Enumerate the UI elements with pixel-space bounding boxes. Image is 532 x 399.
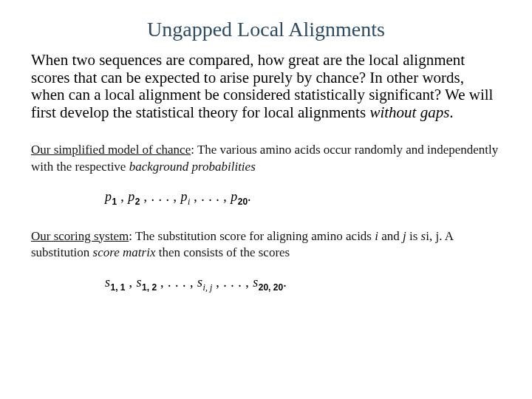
- scomma2: ,: [157, 275, 168, 290]
- slide-title: Ungapped Local Alignments: [75, 18, 457, 41]
- p1-var: p: [105, 189, 112, 204]
- scoring-text2: is: [406, 229, 421, 243]
- scoring-text4: then consists of the scores: [155, 245, 290, 259]
- s2020-sub: 20, 20: [259, 282, 283, 293]
- p2-var: p: [128, 189, 135, 204]
- p20-var: p: [231, 189, 238, 204]
- sij-sub: i, j: [426, 229, 439, 243]
- s11-var: s: [105, 275, 111, 290]
- intro-text-2: .: [449, 103, 453, 121]
- intro-paragraph: When two sequences are compared, how gre…: [31, 52, 501, 121]
- model-label: Our simplified model of chance: [31, 143, 191, 157]
- s12-var: s: [137, 275, 143, 290]
- score-list: s1, 1 , s1, 2 , . . . , si, j , . . . , …: [105, 275, 501, 293]
- pi-var: p: [180, 189, 188, 204]
- model-italic: background probabilities: [129, 160, 256, 174]
- scoring-label: Our scoring system: [31, 229, 129, 243]
- model-section: Our simplified model of chance: The vari…: [31, 142, 501, 176]
- comma1: ,: [117, 189, 128, 204]
- s12-sub: 1, 2: [142, 282, 157, 293]
- intro-italic: without gaps: [369, 103, 449, 121]
- scoring-ital: score matrix: [93, 245, 156, 259]
- scomma1: ,: [126, 275, 137, 290]
- scomma3: ,: [212, 275, 223, 290]
- probability-list: p1 , p2 , . . . , pi , . . . , p20.: [105, 189, 501, 208]
- s2020-var: s: [253, 275, 259, 290]
- scoring-section: Our scoring system: The substitution sco…: [31, 228, 501, 262]
- sdots1: . . . ,: [168, 275, 197, 290]
- scoring-text1: : The substitution score for aligning am…: [129, 229, 375, 243]
- scoring-and: and: [378, 229, 403, 243]
- comma2: ,: [140, 189, 151, 204]
- s11-sub: 1, 1: [111, 282, 126, 293]
- speriod: .: [283, 275, 287, 290]
- sij-var: s: [197, 275, 203, 290]
- p20-sub: 20: [238, 197, 248, 207]
- period1: .: [248, 189, 251, 204]
- sdots2: . . . ,: [223, 275, 253, 290]
- comma3: ,: [190, 189, 201, 204]
- slide: Ungapped Local Alignments When two seque…: [0, 0, 532, 399]
- sijlist-sub: i, j: [203, 282, 213, 293]
- dots1: . . . ,: [151, 189, 180, 204]
- dots2: . . . ,: [201, 189, 231, 204]
